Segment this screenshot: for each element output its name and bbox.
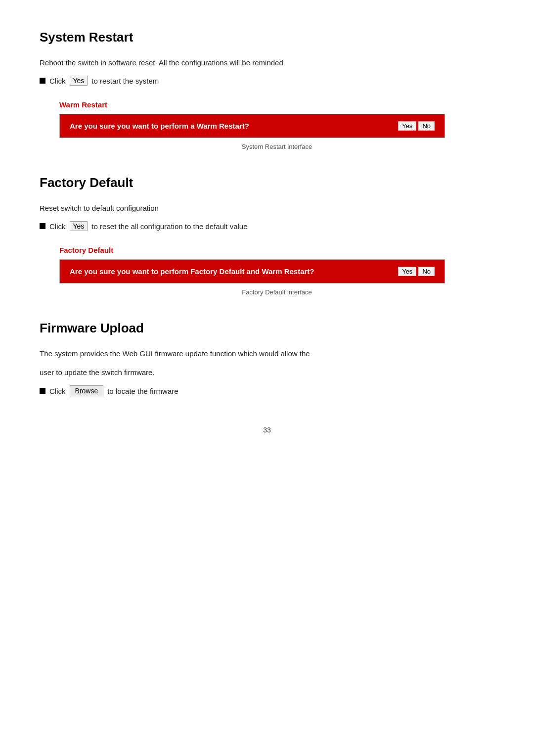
firmware-upload-section: Firmware Upload The system provides the … xyxy=(40,321,494,396)
factory-default-buttons: Yes No xyxy=(398,267,435,276)
bullet-icon xyxy=(40,388,45,394)
system-restart-bullet-line: Click Yes to restart the system xyxy=(40,76,494,86)
bullet-icon xyxy=(40,223,45,229)
factory-default-click-label: Click xyxy=(49,222,66,231)
system-restart-subsection: Warm Restart Are you sure you want to pe… xyxy=(40,100,494,150)
firmware-upload-click-label: Click xyxy=(49,387,66,395)
warm-restart-yes-button[interactable]: Yes xyxy=(398,121,416,131)
factory-default-confirm-text: Are you sure you want to perform Factory… xyxy=(70,267,314,276)
system-restart-yes-button[interactable]: Yes xyxy=(70,76,88,86)
factory-default-yes-button[interactable]: Yes xyxy=(70,221,88,231)
factory-default-title: Factory Default xyxy=(40,175,494,190)
system-restart-title: System Restart xyxy=(40,30,494,45)
firmware-upload-browse-button[interactable]: Browse xyxy=(70,385,104,396)
page-number: 33 xyxy=(40,426,494,434)
factory-default-subsection: Factory Default Are you sure you want to… xyxy=(40,246,494,296)
warm-restart-confirm-text: Are you sure you want to perform a Warm … xyxy=(70,122,249,130)
system-restart-description: Reboot the switch in software reset. All… xyxy=(40,57,494,69)
factory-default-section: Factory Default Reset switch to default … xyxy=(40,175,494,296)
factory-default-bullet-line: Click Yes to reset the all configuration… xyxy=(40,221,494,231)
factory-default-no-button[interactable]: No xyxy=(418,267,435,276)
warm-restart-no-button[interactable]: No xyxy=(418,121,435,131)
system-restart-click-label: Click xyxy=(49,77,66,85)
system-restart-section: System Restart Reboot the switch in soft… xyxy=(40,30,494,150)
bullet-icon xyxy=(40,78,45,84)
warm-restart-confirm-box: Are you sure you want to perform a Warm … xyxy=(59,114,445,138)
warm-restart-buttons: Yes No xyxy=(398,121,435,131)
factory-default-confirm-box: Are you sure you want to perform Factory… xyxy=(59,259,445,284)
firmware-upload-title: Firmware Upload xyxy=(40,321,494,336)
factory-default-description: Reset switch to default configuration xyxy=(40,202,494,214)
firmware-upload-description2: user to update the switch firmware. xyxy=(40,367,494,378)
factory-default-yes-button[interactable]: Yes xyxy=(398,267,416,276)
firmware-upload-bullet-text: to locate the firmware xyxy=(107,387,178,395)
firmware-upload-bullet-line: Click Browse to locate the firmware xyxy=(40,385,494,396)
firmware-upload-description1: The system provides the Web GUI firmware… xyxy=(40,348,494,360)
factory-default-bullet-text: to reset the all configuration to the de… xyxy=(91,222,247,231)
system-restart-bullet-text: to restart the system xyxy=(91,77,159,85)
warm-restart-label: Warm Restart xyxy=(59,100,494,109)
factory-default-label: Factory Default xyxy=(59,246,494,254)
system-restart-caption: System Restart interface xyxy=(59,143,494,150)
factory-default-caption: Factory Default interface xyxy=(59,288,494,296)
